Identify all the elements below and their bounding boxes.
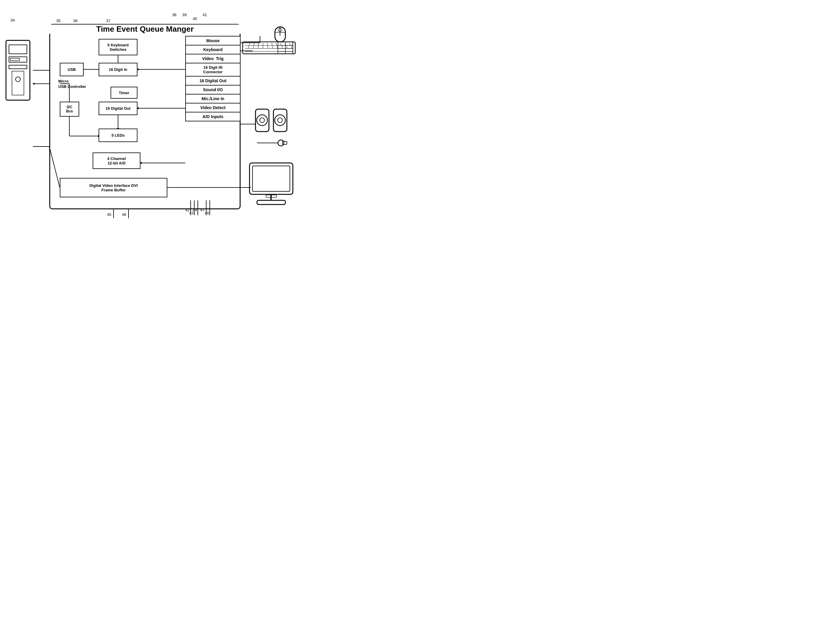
dvi-label: Digital Video Interface DVI Frame Buffer [89,183,138,192]
leds-box: 5 LEDs [99,128,137,142]
monitor-peripheral [248,161,294,206]
svg-rect-36 [9,57,27,62]
svg-rect-86 [257,200,285,204]
ref-41: 41 [203,13,207,17]
right-panel-video-trig: Video Trig [186,54,240,63]
right-panel: Mouse Keyboard Video Trig 16 Digit INCon… [185,36,240,121]
ad-box: 4 Channel 12-bit A/D [93,152,141,169]
svg-rect-37 [11,58,19,61]
mic-peripheral [256,135,288,151]
svg-rect-45 [243,42,295,54]
digital-out-inner-box: 16 Digital Out [99,102,137,115]
title-text: Time Event Queue Manger [96,25,194,33]
ref-35: 35 [56,19,60,23]
svg-point-81 [278,140,284,146]
ref-37: 37 [106,19,110,23]
svg-rect-82 [283,141,287,144]
right-panel-ad-inputs: A/D Inputs [186,112,240,121]
leds-label: 5 LEDs [112,133,125,138]
keyboard-peripheral [242,39,296,55]
right-panel-digit-in-connector: 16 Digit INConnector [186,63,240,76]
ref-46: 46 [122,212,126,217]
svg-rect-74 [256,109,269,131]
ref-45: 45 [107,212,111,217]
ref-34: 34 [11,18,15,22]
right-panel-digital-out: 16 Digital Out [186,76,240,85]
svg-rect-77 [273,109,287,131]
right-panel-sound: Sound I/O [186,85,240,95]
i2c-label: I2C Bus [66,105,73,113]
dvi-box: Digital Video Interface DVI Frame Buffer [60,178,167,197]
svg-rect-34 [6,40,30,100]
svg-marker-12 [33,82,34,85]
ref-38: 38 [172,13,176,17]
i2c-box: I2C Bus [60,102,79,117]
svg-point-40 [16,77,21,82]
digit-in-label: 16 Digit In [109,67,127,72]
keyboard-switches-box: 5 Keyboard Switches [99,39,137,55]
speakers-peripheral [254,108,293,135]
micro-usb-label: Micro USB Controller [58,79,86,89]
svg-point-78 [275,115,285,125]
keyboard-switches-label: 5 Keyboard Switches [107,43,129,52]
ref-40: 40 [193,16,197,21]
ref-39: 39 [182,13,186,17]
main-title: Time Event Queue Manger [49,25,240,34]
ad-label: 4 Channel 12-bit A/D [107,157,126,165]
timer-label: Timer [118,90,129,95]
digital-out-inner-label: 16 Digital Out [106,106,131,111]
right-panel-video-detect: Video Detect [186,103,240,112]
right-panel-mic: Mic./Line In [186,95,240,103]
svg-rect-38 [9,65,27,69]
svg-point-76 [260,118,264,123]
svg-point-75 [257,115,267,125]
svg-point-79 [278,118,283,123]
timer-box: Timer [111,87,137,99]
right-panel-mouse: Mouse [186,36,240,46]
svg-rect-84 [253,166,290,192]
pc-tower [5,39,32,102]
usb-label: USB [68,67,76,72]
right-panel-keyboard: Keyboard [186,46,240,54]
diagram-container: 34 35 36 37 38 39 40 41 42 43 44 45 46 4… [0,0,299,224]
usb-box: USB [60,63,84,76]
svg-rect-39 [12,71,24,95]
digit-in-box: 16 Digit In [99,63,137,76]
svg-rect-35 [9,45,27,54]
ref-36: 36 [73,19,77,23]
ref-48: 48 [205,211,209,215]
svg-rect-83 [249,163,293,194]
